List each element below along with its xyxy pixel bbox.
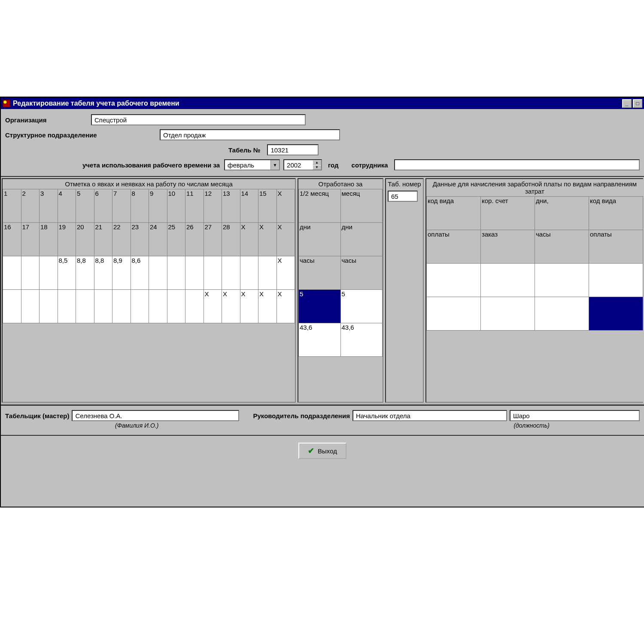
day-header: 3 (39, 189, 58, 223)
worked-v1b[interactable]: 5 (340, 290, 383, 323)
worked-pane: Отработано за 1/2 месяц месяц дни дни ча… (298, 178, 383, 403)
day-header: 16 (3, 223, 21, 256)
pr-d2c2[interactable] (481, 297, 535, 331)
day-header: 5 (76, 189, 94, 223)
button-bar: ✔ Выход (1, 435, 644, 461)
pr-d1c4[interactable] (589, 264, 643, 297)
tabel-no-label: Табель № (228, 146, 260, 154)
pr-d1c3[interactable] (535, 264, 589, 297)
tabnum-field[interactable] (388, 191, 418, 202)
day-cell[interactable]: X (240, 290, 258, 323)
day-cell[interactable] (3, 256, 21, 290)
pr-d1c1[interactable] (427, 264, 481, 297)
day-cell[interactable]: 8,9 (112, 256, 131, 290)
form-area: Организация Структурное подразделение Та… (1, 109, 644, 176)
day-header: 26 (185, 223, 204, 256)
keeper-field[interactable] (72, 410, 239, 421)
day-header: X (276, 189, 295, 223)
footer: Табельщик (мастер) Руководитель подразде… (1, 405, 644, 431)
head-name-field[interactable] (510, 410, 640, 421)
window: Редактирование табеля учета рабочего вре… (0, 97, 644, 507)
exit-button[interactable]: ✔ Выход (298, 443, 346, 459)
day-cell[interactable]: X (276, 290, 295, 323)
day-cell[interactable]: 8,5 (58, 256, 76, 290)
day-cell[interactable]: X (258, 290, 277, 323)
day-header: 23 (131, 223, 149, 256)
pr-d2c1[interactable] (427, 297, 481, 331)
day-cell[interactable] (167, 256, 185, 290)
day-cell[interactable]: 8,8 (94, 256, 112, 290)
day-cell[interactable] (3, 290, 21, 323)
day-header: 13 (222, 189, 240, 223)
day-header: 8 (131, 189, 149, 223)
pr-r2c2: заказ (481, 230, 535, 264)
day-cell[interactable]: X (204, 290, 222, 323)
day-cell[interactable] (258, 256, 277, 290)
spinner-buttons[interactable]: ▲▼ (313, 160, 321, 170)
titlebar: Редактирование табеля учета рабочего вре… (1, 97, 644, 109)
minimize-button[interactable]: _ (622, 99, 632, 108)
dept-label: Структурное подразделение (5, 131, 160, 139)
attendance-grid[interactable]: 123456789101112131415X 16171819202122232… (3, 189, 295, 323)
worked-v2b[interactable]: 43,6 (340, 323, 383, 357)
year-spinner[interactable]: 2002 ▲▼ (283, 159, 322, 170)
day-header: 4 (58, 189, 76, 223)
worked-h2: месяц (340, 189, 383, 223)
worked-grid[interactable]: 1/2 месяц месяц дни дни часы часы 5 5 43… (298, 189, 383, 357)
day-header: 28 (222, 223, 240, 256)
grid-row: Отметка о явках и неявках на работу по ч… (1, 176, 644, 405)
day-cell[interactable] (185, 290, 204, 323)
exit-label: Выход (318, 447, 337, 455)
pr-r2c1: оплаты (427, 230, 481, 264)
day-cell[interactable] (204, 256, 222, 290)
maximize-button[interactable]: □ (633, 99, 642, 108)
day-cell[interactable] (240, 256, 258, 290)
day-header: 10 (167, 189, 185, 223)
tabnum-pane: Таб. номер (385, 178, 424, 403)
month-combo[interactable]: февраль ▼ (224, 159, 280, 170)
day-cell[interactable] (21, 290, 39, 323)
period-label: учета использования рабочего времени за (82, 161, 220, 169)
day-cell[interactable] (58, 290, 76, 323)
day-cell[interactable]: 8,6 (131, 256, 149, 290)
chevron-down-icon: ▼ (270, 160, 279, 170)
payroll-grid[interactable]: код вида кор. счет дни, код вида оплаты … (426, 196, 643, 331)
day-cell[interactable] (167, 290, 185, 323)
day-header: 25 (167, 223, 185, 256)
day-header: 22 (112, 223, 131, 256)
pr-d2c3[interactable] (535, 297, 589, 331)
worked-h6: часы (340, 256, 383, 290)
day-cell[interactable] (222, 256, 240, 290)
employee-field[interactable] (394, 159, 640, 170)
year-label: год (328, 161, 339, 169)
day-cell[interactable] (131, 290, 149, 323)
day-cell[interactable] (21, 256, 39, 290)
org-field[interactable] (91, 114, 306, 125)
pr-d1c2[interactable] (481, 264, 535, 297)
day-cell[interactable] (149, 290, 167, 323)
worked-v2a[interactable]: 43,6 (299, 323, 341, 357)
dept-field[interactable] (160, 129, 340, 140)
day-header: 18 (39, 223, 58, 256)
keeper-hint: (Фамилия И.О.) (115, 422, 158, 429)
day-header: 20 (76, 223, 94, 256)
day-cell[interactable] (39, 290, 58, 323)
worked-h1: 1/2 месяц (299, 189, 341, 223)
org-label: Организация (5, 116, 91, 124)
day-cell[interactable]: X (276, 256, 295, 290)
day-cell[interactable] (185, 256, 204, 290)
day-cell[interactable]: X (222, 290, 240, 323)
head-pos-field[interactable] (352, 410, 507, 421)
pr-d2c4[interactable] (589, 297, 643, 331)
day-cell[interactable] (76, 290, 94, 323)
day-cell[interactable] (149, 256, 167, 290)
pr-r2c3: часы (535, 230, 589, 264)
pr-r1c3: дни, (535, 197, 589, 230)
worked-v1a[interactable]: 5 (299, 290, 341, 323)
day-cell[interactable] (94, 290, 112, 323)
day-cell[interactable]: 8,8 (76, 256, 94, 290)
day-cell[interactable] (112, 290, 131, 323)
day-cell[interactable] (39, 256, 58, 290)
tabel-no-field[interactable] (267, 144, 319, 155)
day-header: 12 (204, 189, 222, 223)
